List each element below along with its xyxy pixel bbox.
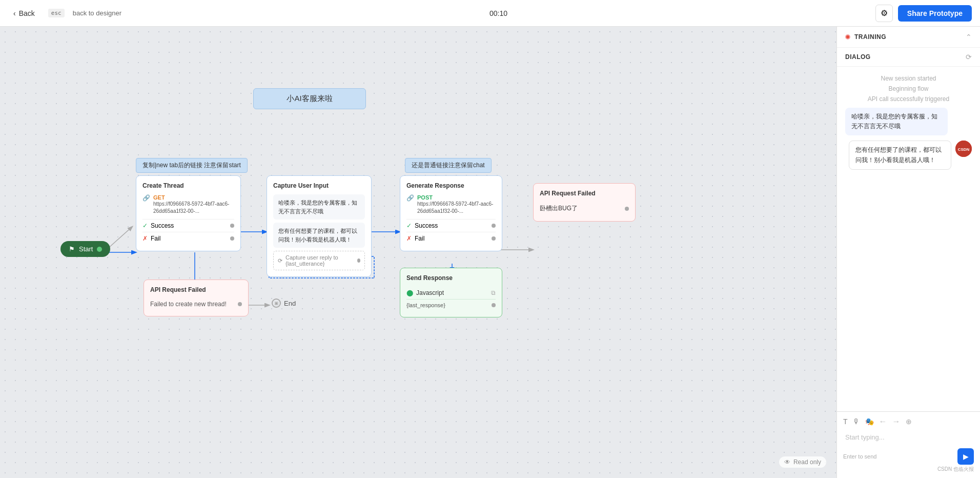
copy-icon[interactable]: ⧉ xyxy=(491,289,496,296)
success-dot[interactable] xyxy=(230,224,234,228)
capture-dot[interactable] xyxy=(357,258,360,263)
generate-title: Generate Response xyxy=(406,182,496,189)
generate-api-icon: 🔗 xyxy=(406,194,414,202)
api-failed-left-msg: Failed to create new thread! xyxy=(150,301,227,308)
back-to-designer-label: back to designer xyxy=(73,9,121,17)
undo-button[interactable]: ← xyxy=(879,417,887,426)
mic-tool-button[interactable]: 🎙 xyxy=(853,417,860,426)
success-check-icon: ✓ xyxy=(142,222,148,229)
create-thread-fail: Fail xyxy=(151,235,160,242)
generate-fail: Fail xyxy=(415,235,424,242)
status-msg-1: New session started xyxy=(845,75,972,82)
create-thread-success: Success xyxy=(151,222,174,229)
start-dot xyxy=(97,247,102,252)
fail-x-icon: ✗ xyxy=(142,235,148,242)
header: ‹ Back esc back to designer 00:10 ⚙ Shar… xyxy=(0,0,980,27)
generate-success-row: ✓ Success xyxy=(406,219,496,232)
end-label: End xyxy=(284,300,296,307)
flow-arrows xyxy=(0,27,836,478)
refresh-button[interactable]: ⟳ xyxy=(966,53,972,61)
read-only-label: Read only xyxy=(793,459,821,466)
input-toolbar: T 🎙 🎭 ← → ⊕ xyxy=(843,417,974,426)
gen-success-dot[interactable] xyxy=(492,224,496,228)
create-thread-method: GET xyxy=(153,194,234,201)
capture-reply-label: Capture user reply to {last_utterance} xyxy=(285,254,354,267)
training-collapse-button[interactable]: ⌃ xyxy=(966,33,972,41)
api-failed-left-title: API Request Failed xyxy=(150,286,242,293)
start-flag-icon: ⚑ xyxy=(69,245,75,253)
start-node[interactable]: ⚑ Start xyxy=(60,241,110,257)
create-thread-api-row: 🔗 GET https://f0966678-5972-4bf7-aac6-26… xyxy=(142,194,234,215)
user-avatar: CSDN xyxy=(955,141,972,157)
send-response-title: Send Response xyxy=(406,274,496,282)
banner-node: 小AI客服来啦 xyxy=(253,88,366,109)
end-icon: ▣ xyxy=(272,298,281,308)
send-response-card[interactable]: Send Response ⬤ Javascript ⧉ {last_respo… xyxy=(400,268,502,317)
gen-success-icon: ✓ xyxy=(406,222,412,229)
dialog-section: DIALOG ⟳ xyxy=(837,48,980,67)
generate-api-row: 🔗 POST https://f0966678-5972-4bf7-aac6-2… xyxy=(406,194,496,215)
user-bubble: 您有任何想要了的课程，都可以问我！别小看我是机器人哦！ xyxy=(849,141,951,169)
create-thread-success-row: ✓ Success xyxy=(142,219,234,232)
flow-canvas[interactable]: ⚑ Start 小AI客服来啦 复制|new tab后的链接 注意保留start… xyxy=(0,27,836,478)
start-label: Start xyxy=(79,245,93,253)
back-label: Back xyxy=(19,9,35,17)
csdn-label: CSDN 也临火报 xyxy=(843,466,974,473)
capture-title: Capture User Input xyxy=(273,182,365,189)
add-tool-button[interactable]: ⊕ xyxy=(906,417,912,426)
status-msg-2: Beginning flow xyxy=(845,85,972,92)
header-right: ⚙ Share Prototype xyxy=(875,5,972,22)
bot-bubble: 哈喽亲，我是您的专属客服，知无不言言无不尽哦 xyxy=(845,108,948,135)
send-button[interactable]: ▶ xyxy=(957,448,974,465)
generate-response-card[interactable]: Generate Response 🔗 POST https://f096667… xyxy=(400,175,502,251)
enter-to-send-label: Enter to send xyxy=(843,453,876,460)
end-node: ▣ End xyxy=(272,298,296,308)
input-footer: Enter to send ▶ xyxy=(843,448,974,465)
label-right: 还是普通链接注意保留chat xyxy=(405,158,492,173)
capture-user-input-card[interactable]: Capture User Input 哈喽亲，我是您的专属客服，知无不言言无不尽… xyxy=(267,175,372,277)
create-thread-url: https://f0966678-5972-4bf7-aac6-26dd65aa… xyxy=(153,201,234,215)
main-area: ⚑ Start 小AI客服来啦 复制|new tab后的链接 注意保留start… xyxy=(0,27,980,478)
input-placeholder[interactable]: Start typing... xyxy=(843,430,974,444)
api-right-dot[interactable] xyxy=(625,207,629,211)
gear-icon: ⚙ xyxy=(881,8,888,18)
generate-fail-row: ✗ Fail xyxy=(406,232,496,245)
generate-url: https://f0966678-5972-4bf7-aac6-26dd65aa… xyxy=(417,201,496,215)
chat-message-bot: 哈喽亲，我是您的专属客服，知无不言言无不尽哦 xyxy=(845,108,972,135)
gen-fail-icon: ✗ xyxy=(406,235,412,242)
api-failed-left-card[interactable]: API Request Failed Failed to create new … xyxy=(144,280,249,316)
gen-fail-dot[interactable] xyxy=(492,236,496,241)
training-status-dot xyxy=(845,34,850,39)
capture-msg1: 哈喽亲，我是您的专属客服，知无不言言无不尽哦 xyxy=(273,194,365,220)
timer-display: 00:10 xyxy=(130,9,867,17)
emoji-tool-button[interactable]: 🎭 xyxy=(865,417,874,426)
response-dot[interactable] xyxy=(492,303,496,307)
read-only-badge: 👁 Read only xyxy=(779,456,826,468)
javascript-icon: ⬤ xyxy=(406,289,413,296)
banner-text: 小AI客服来啦 xyxy=(287,94,332,103)
fail-dot[interactable] xyxy=(230,236,234,241)
api-failed-right-title: API Request Failed xyxy=(540,190,629,197)
svg-text:CSDN: CSDN xyxy=(958,147,970,152)
api-failed-right-card[interactable]: API Request Failed 卧槽出BUG了 xyxy=(533,183,636,222)
input-area: T 🎙 🎭 ← → ⊕ Start typing... Enter to sen… xyxy=(837,411,980,478)
response-label: {last_response} xyxy=(406,302,445,308)
capture-reply-row: ⟳ Capture user reply to {last_utterance} xyxy=(273,251,365,270)
generate-method: POST xyxy=(417,194,496,201)
create-thread-fail-row: ✗ Fail xyxy=(142,232,234,245)
esc-badge: esc xyxy=(48,9,65,17)
eye-icon: 👁 xyxy=(784,459,790,466)
share-prototype-button[interactable]: Share Prototype xyxy=(898,5,972,22)
back-button[interactable]: ‹ Back xyxy=(8,6,40,21)
training-section: TRAINING ⌃ xyxy=(837,27,980,48)
back-arrow-icon: ‹ xyxy=(13,9,16,17)
api-failed-right-msg: 卧槽出BUG了 xyxy=(540,204,578,213)
settings-button[interactable]: ⚙ xyxy=(875,5,893,22)
create-thread-card[interactable]: Create Thread 🔗 GET https://f0966678-597… xyxy=(136,175,241,251)
dialog-messages[interactable]: New session started Beginning flow API c… xyxy=(837,67,980,411)
js-label: Javascript xyxy=(416,289,444,296)
capture-icon: ⟳ xyxy=(278,257,282,264)
redo-button[interactable]: → xyxy=(892,417,901,426)
text-tool-button[interactable]: T xyxy=(843,417,848,426)
api-left-dot[interactable] xyxy=(238,302,242,306)
